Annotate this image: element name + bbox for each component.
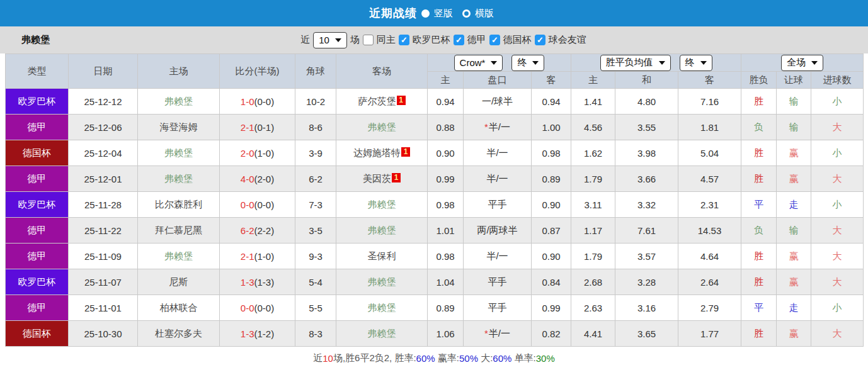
team-name: 弗赖堡	[368, 199, 396, 210]
corner-cell: 10-2	[295, 89, 336, 115]
result-cell: 平	[741, 295, 777, 321]
summary-segment: 场,胜6平2负2,	[333, 352, 395, 364]
table-row: 欧罗巴杯25-11-28比尔森胜利0-0(0-0)7-3弗赖堡0.98平手0.9…	[6, 192, 864, 218]
avg-source-select[interactable]: 胜平负均值	[600, 55, 671, 71]
handicap-cell: 平手	[464, 269, 532, 295]
page-title: 近期战绩	[369, 6, 417, 21]
away-team-cell: 弗赖堡	[336, 192, 428, 218]
chevron-down-icon	[659, 61, 665, 65]
recent-count-select[interactable]: 10	[313, 32, 347, 48]
odds-source-select[interactable]: Crow*	[454, 55, 503, 71]
home-odds-cell: 1.01	[428, 218, 464, 244]
table-row: 德甲25-11-01柏林联合0-0(0-0)5-5弗赖堡0.89平手0.992.…	[6, 295, 864, 321]
type-cell: 德甲	[6, 166, 69, 192]
team-name: 弗赖堡	[164, 96, 193, 106]
summary-segment: 60%	[493, 353, 511, 364]
halftime-score: (1-2)	[254, 328, 275, 339]
results-table-body: 欧罗巴杯25-12-12弗赖堡1-0(0-0)10-2萨尔茨堡10.94一/球半…	[6, 89, 864, 347]
layout-radio-vertical-label[interactable]: 竖版	[434, 8, 453, 20]
summary-segment: 近	[313, 352, 323, 364]
results-table: 类型 日期 主场 比分(半场) 角球 客场 Crow* 终	[5, 53, 864, 347]
filter-controls: 近 10 场 同主 欧罗巴杯 德甲 德国杯 球会友谊	[300, 32, 586, 48]
competition-checkbox-friendly[interactable]	[535, 35, 545, 45]
title-bar: 近期战绩 竖版 横版	[0, 0, 868, 26]
table-row: 欧罗巴杯25-11-07尼斯1-3(1-3)5-4弗赖堡1.04平手0.842.…	[6, 269, 864, 295]
competition-checkbox-bundesliga[interactable]	[454, 35, 464, 45]
result-cell: 胜	[741, 269, 777, 295]
away-team-cell: 弗赖堡	[336, 295, 428, 321]
score-cell: 6-2(2-2)	[220, 218, 295, 244]
corner-cell: 8-6	[295, 115, 336, 140]
avg-draw-cell: 3.32	[615, 192, 678, 218]
scope-select[interactable]: 全场	[781, 55, 823, 71]
avg-period-select[interactable]: 终	[680, 55, 712, 71]
chevron-down-icon	[811, 61, 818, 65]
team-name: 弗赖堡	[368, 302, 396, 313]
halftime-score: (1-0)	[254, 251, 275, 262]
away-odds-cell: 0.87	[532, 218, 571, 244]
team-name: 萨尔茨堡	[358, 96, 396, 106]
header-corner: 角球	[295, 54, 336, 89]
handicap-cell: 两/两球半	[464, 218, 532, 244]
away-team-cell: 弗赖堡	[336, 269, 428, 295]
home-team-cell: 柏林联合	[138, 295, 220, 321]
avg-home-cell: 1.17	[571, 218, 615, 244]
competition-checkbox-dfb-pokal[interactable]	[489, 35, 500, 45]
layout-radio-horizontal-icon[interactable]	[462, 9, 471, 18]
matches-label: 场	[350, 34, 360, 46]
scope-group-header: 全场	[741, 54, 864, 72]
avg-away-cell: 4.64	[678, 244, 741, 269]
summary-segment: 10	[323, 353, 333, 364]
competition-checkbox-europa[interactable]	[399, 35, 409, 45]
star-icon: *	[484, 121, 488, 132]
header-dropdown-row: 类型 日期 主场 比分(半场) 角球 客场 Crow* 终	[6, 54, 864, 72]
goals-cell: 大	[811, 218, 864, 244]
home-odds-cell: 0.90	[428, 140, 464, 166]
layout-radio-vertical-icon[interactable]	[421, 9, 430, 18]
away-odds-cell: 0.98	[532, 140, 571, 166]
score-cell: 1-3(1-2)	[220, 321, 295, 347]
summary-segment: 大:	[478, 352, 493, 364]
score-cell: 2-0(1-0)	[220, 140, 295, 166]
avg-away-cell: 1.77	[678, 321, 741, 347]
goals-cell: 小	[811, 192, 864, 218]
same-home-checkbox[interactable]	[363, 35, 374, 45]
layout-radio-horizontal-label[interactable]: 横版	[475, 8, 494, 20]
table-row: 欧罗巴杯25-12-12弗赖堡1-0(0-0)10-2萨尔茨堡10.94一/球半…	[6, 89, 864, 115]
home-odds-cell: 0.88	[428, 115, 464, 140]
corner-cell: 3-5	[295, 218, 336, 244]
result-cell: 胜	[741, 140, 777, 166]
halftime-score: (0-1)	[254, 122, 275, 133]
home-team-cell: 弗赖堡	[138, 244, 220, 269]
away-odds-cell: 0.82	[532, 321, 571, 347]
odds-period-select[interactable]: 终	[511, 55, 544, 71]
away-odds-cell: 0.90	[532, 244, 571, 269]
away-team-cell: 达姆施塔特1	[336, 140, 428, 166]
chevron-down-icon	[335, 38, 341, 42]
subheader-handicap: 盘口	[464, 72, 532, 89]
home-odds-cell: 0.99	[428, 166, 464, 192]
type-cell: 德甲	[6, 115, 69, 140]
away-team-cell: 弗赖堡	[336, 321, 428, 347]
team-name: 杜塞尔多夫	[155, 328, 202, 339]
date-cell: 25-11-01	[69, 295, 138, 321]
avg-draw-cell: 3.66	[615, 166, 678, 192]
chevron-down-icon	[532, 61, 539, 65]
halftime-score: (2-2)	[254, 225, 275, 236]
home-odds-cell: 1.06	[428, 321, 464, 347]
team-name: 海登海姆	[160, 121, 198, 132]
halftime-score: (0-0)	[254, 96, 275, 107]
chevron-down-icon	[491, 61, 497, 65]
handicap-cell: 平手	[464, 295, 532, 321]
avg-home-cell: 4.41	[571, 321, 615, 347]
red-card-badge: 1	[392, 173, 401, 182]
away-team-cell: 萨尔茨堡1	[336, 89, 428, 115]
team-name: 弗赖堡	[368, 328, 396, 339]
type-cell: 欧罗巴杯	[6, 269, 69, 295]
corner-cell: 6-2	[295, 166, 336, 192]
avg-draw-cell: 3.28	[615, 269, 678, 295]
avg-group-header: 胜平负均值 终	[571, 54, 741, 72]
date-cell: 25-10-30	[69, 321, 138, 347]
avg-draw-cell: 3.98	[615, 140, 678, 166]
fulltime-score: 6-2	[241, 225, 254, 236]
